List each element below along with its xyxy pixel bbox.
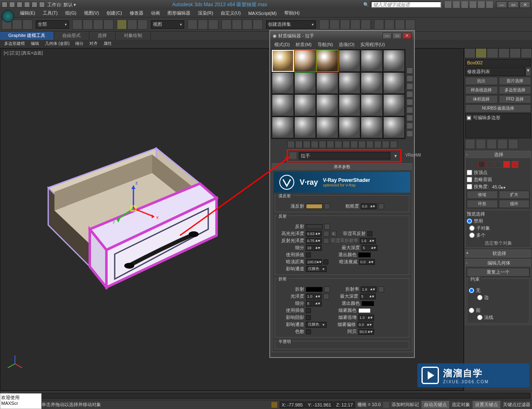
refract-ior-spinner[interactable]: 1.6 [361,287,377,292]
put-to-lib-icon[interactable] [335,141,342,148]
new-icon[interactable] [2,2,7,7]
refract-exit-swatch[interactable] [362,301,374,306]
mat-menu-mode[interactable]: 模式(D) [272,41,292,48]
chk-by-vertex[interactable] [467,170,472,175]
schematic-tool[interactable] [361,20,371,29]
refl-exit-swatch[interactable] [358,252,371,257]
menu-customize[interactable]: 自定义(U) [217,9,244,17]
refl-interp-checkbox[interactable] [306,252,311,257]
pivot-tool[interactable] [187,20,197,29]
radio-constraint-normal[interactable] [477,315,483,320]
go-parent-icon[interactable] [366,141,374,148]
window-close[interactable]: ✕ [520,1,530,8]
redo-icon[interactable] [32,2,37,7]
sample-slot-11[interactable] [361,72,383,94]
refl-depth-spinner[interactable]: 5 [362,245,377,251]
material-editor-tool[interactable] [374,20,384,29]
spinner-snap[interactable] [253,20,263,29]
btn-vol-select[interactable]: 体积选择 [465,95,498,103]
menu-modifiers[interactable]: 修改器 [126,9,147,17]
eyedropper-icon[interactable] [290,152,296,159]
sample-slot-17[interactable] [361,94,383,116]
subobj-polygon-icon[interactable] [503,161,510,168]
stack-remove-icon[interactable] [498,139,507,149]
sample-slot-1[interactable] [272,50,294,72]
subobj-element-icon[interactable] [512,161,518,168]
time-slider[interactable]: 0 / 100 [11,393,530,399]
undo-icon[interactable] [24,2,30,7]
cmd-tab-motion[interactable] [498,48,510,58]
sample-slot-3[interactable] [316,50,338,72]
select-name-tool[interactable] [83,20,93,29]
menu-create[interactable]: 创建(C) [103,9,125,17]
dim-dist-checkbox[interactable] [323,260,328,265]
pick-from-obj-icon[interactable] [390,141,397,148]
ribbon-props[interactable]: 属性 [101,40,114,47]
cmd-tab-create[interactable] [464,48,475,58]
coord-z[interactable]: Z: 12.17 [334,402,355,408]
keyboard-tool[interactable] [208,20,218,29]
sample-slot-5[interactable] [361,50,383,72]
help-icon-2[interactable] [453,1,460,8]
mat-menu-utils[interactable]: 实用程序(U) [358,41,387,48]
btn-patch-select[interactable]: 面片选择 [499,77,532,85]
btn-spline-select[interactable]: 样条线选择 [465,86,498,94]
snap-toggle[interactable] [222,20,232,29]
mat-menu-nav[interactable]: 导航(N) [315,41,335,48]
sample-slot-22[interactable] [339,117,361,139]
sample-slot-6[interactable] [383,50,405,72]
setkey-button[interactable]: 设置关键点 [473,401,500,409]
sample-slot-9[interactable] [316,72,338,94]
select-tool[interactable] [72,20,82,29]
sample-slot-19[interactable] [272,117,294,139]
ref-coord-system[interactable]: 视图 [151,20,184,29]
assign-to-sel-icon[interactable] [303,141,310,148]
cmd-tab-display[interactable] [510,48,521,58]
make-preview-icon[interactable] [406,107,413,113]
btn-poly-select[interactable]: 多边形选择 [499,86,532,94]
sample-slot-21[interactable] [316,117,338,139]
scale-tool[interactable] [138,20,148,29]
radio-constraint-none[interactable] [469,288,474,293]
video-check-icon[interactable] [406,99,413,105]
save-icon[interactable] [17,2,22,7]
refract-affect-dropdown[interactable]: 仅颜色 [306,322,327,328]
render-tool[interactable] [405,20,415,29]
sample-slot-7[interactable] [272,72,294,94]
diffuse-map-button[interactable] [324,203,330,209]
sample-slot-12[interactable] [383,72,405,94]
make-copy-icon[interactable] [319,141,326,148]
stack-config-icon[interactable] [508,139,518,149]
sample-slot-8[interactable] [294,72,316,94]
lock-button[interactable]: L [331,231,337,237]
unlink-tool[interactable] [12,20,22,29]
cmd-tab-utilities[interactable] [521,48,532,58]
hilight-map-button[interactable] [323,231,329,237]
manip-tool[interactable] [198,20,208,29]
object-name-field[interactable]: Box002 [465,59,531,66]
fresnel-ior-spinner[interactable]: 1.6 [360,238,376,244]
btn-ring[interactable]: 环形 [467,200,498,208]
radio-preview-multi[interactable] [469,233,475,238]
coord-y[interactable]: Y: -131.961 [305,402,333,408]
modifier-list[interactable]: 修改器列表 [465,67,525,76]
stack-unique-icon[interactable] [487,139,497,149]
subobj-edge-icon[interactable] [487,161,493,168]
lock-icon[interactable] [271,402,277,408]
modifier-stack[interactable]: ▣可编辑多边形 [465,113,531,138]
align-tool[interactable] [330,20,340,29]
layers-tool[interactable] [340,20,350,29]
rollout-softsel-header[interactable]: +软选择 [466,250,531,257]
stack-pin-icon[interactable] [465,139,475,149]
help-icon-3[interactable] [461,1,468,8]
ribbon-subdiv[interactable]: 细分 [73,40,86,47]
mat-menu-options[interactable]: 选项(O) [336,41,357,48]
menu-help[interactable]: 帮助(H) [281,9,303,17]
menu-views[interactable]: 视图(V) [81,9,103,17]
radio-preview-off[interactable] [467,218,472,224]
btn-nurbs-select[interactable]: NURBS 曲面选择 [465,104,531,113]
refract-subdiv-spinner[interactable]: 8 [306,301,322,306]
menu-tools[interactable]: 工具(T) [39,9,61,17]
percent-snap[interactable] [242,20,252,29]
application-button[interactable] [2,10,14,22]
